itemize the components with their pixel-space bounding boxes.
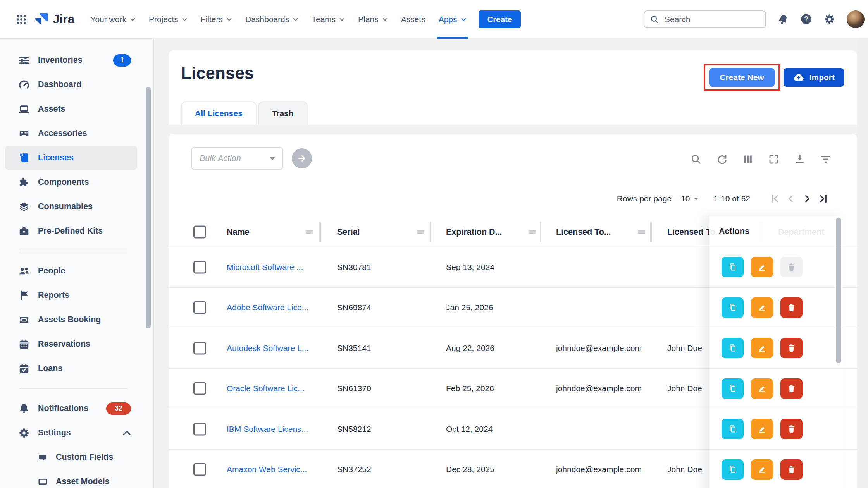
sidebar-item-asset-models[interactable]: Asset Models <box>5 469 137 488</box>
license-name-link[interactable]: Autodesk Software L... <box>227 344 308 353</box>
columns-icon[interactable] <box>742 153 754 165</box>
table-vertical-scrollbar[interactable] <box>836 218 841 363</box>
bulk-action-select[interactable]: Bulk Action <box>191 147 283 170</box>
sidebar-item-reports[interactable]: Reports <box>5 283 137 308</box>
jira-logo-icon <box>33 11 50 27</box>
license-name-link[interactable]: Oracle Software Lic... <box>227 384 305 393</box>
tab-trash[interactable]: Trash <box>258 101 308 125</box>
import-button[interactable]: Import <box>784 68 844 87</box>
select-all-checkbox[interactable] <box>193 225 206 238</box>
create-button[interactable]: Create <box>479 10 521 28</box>
delete-button[interactable] <box>780 459 803 480</box>
row-checkbox[interactable] <box>193 301 206 314</box>
search-box[interactable] <box>644 10 766 28</box>
sidebar-item-inventories[interactable]: Inventories 1 <box>5 48 137 72</box>
column-drag-handle-icon[interactable] <box>527 227 537 237</box>
sidebar-item-people[interactable]: People <box>5 259 137 283</box>
delete-button[interactable] <box>780 378 803 399</box>
nav-item-filters[interactable]: Filters <box>194 0 239 39</box>
row-checkbox[interactable] <box>193 382 206 395</box>
license-name-link[interactable]: Amazon Web Servic... <box>227 465 307 474</box>
column-header-licensed-to-email[interactable]: Licensed To... <box>556 227 611 237</box>
edit-button[interactable] <box>751 338 773 358</box>
sidebar-item-custom-fields[interactable]: Custom Fields <box>5 445 137 469</box>
ticket-icon <box>17 313 31 326</box>
sidebar-item-loans[interactable]: Loans <box>5 356 137 381</box>
column-header-name[interactable]: Name <box>227 227 250 237</box>
last-page-icon[interactable] <box>815 191 832 207</box>
fullscreen-icon[interactable] <box>768 153 780 165</box>
duplicate-button[interactable] <box>722 419 744 439</box>
column-header-serial[interactable]: Serial <box>337 227 360 237</box>
delete-button[interactable] <box>780 419 803 439</box>
nav-item-teams[interactable]: Teams <box>305 0 351 39</box>
sidebar-item-assets-booking[interactable]: Assets Booking <box>5 308 137 332</box>
prev-page-icon[interactable] <box>783 191 799 207</box>
sidebar-item-licenses[interactable]: Licenses <box>5 146 137 170</box>
search-input[interactable] <box>664 14 751 24</box>
nav-item-plans[interactable]: Plans <box>351 0 394 39</box>
delete-button[interactable] <box>780 338 803 358</box>
edit-button[interactable] <box>751 378 773 399</box>
first-page-icon[interactable] <box>766 191 783 207</box>
nav-item-dashboards[interactable]: Dashboards <box>239 0 305 39</box>
search-icon[interactable] <box>690 153 702 165</box>
delete-button-disabled[interactable] <box>780 257 803 277</box>
column-drag-handle-icon[interactable] <box>415 227 425 237</box>
sidebar-scrollbar[interactable] <box>146 87 151 328</box>
column-divider[interactable] <box>430 222 431 242</box>
row-checkbox[interactable] <box>193 423 206 435</box>
nav-item-apps[interactable]: Apps <box>432 0 473 39</box>
download-icon[interactable] <box>794 153 806 165</box>
nav-item-projects[interactable]: Projects <box>142 0 194 39</box>
row-checkbox[interactable] <box>193 261 206 273</box>
create-new-button[interactable]: Create New <box>709 68 774 87</box>
app-switcher-icon[interactable] <box>16 14 27 25</box>
rows-per-page-select[interactable]: 10 <box>681 194 699 203</box>
row-checkbox[interactable] <box>193 463 206 476</box>
duplicate-button[interactable] <box>722 378 744 399</box>
sidebar-item-pre-defined-kits[interactable]: Pre-Defined Kits <box>5 219 137 243</box>
help-icon[interactable]: ? <box>800 13 812 25</box>
column-divider[interactable] <box>319 222 321 242</box>
jira-logo[interactable]: Jira <box>33 11 74 27</box>
toolbox-icon <box>17 225 31 238</box>
duplicate-button[interactable] <box>722 459 744 480</box>
sidebar-item-notifications[interactable]: Notifications 32 <box>5 396 137 421</box>
tab-all-licenses[interactable]: All Licenses <box>181 101 257 125</box>
gear-icon[interactable] <box>823 13 835 25</box>
refresh-icon[interactable] <box>716 153 728 165</box>
column-header-expiration[interactable]: Expiration D... <box>446 227 502 237</box>
column-drag-handle-icon[interactable] <box>304 227 314 237</box>
sidebar-item-accessories[interactable]: Accessories <box>5 121 137 146</box>
apply-bulk-action-button[interactable] <box>292 148 312 168</box>
sidebar-item-settings[interactable]: Settings <box>5 421 137 445</box>
duplicate-button[interactable] <box>722 257 744 277</box>
edit-button[interactable] <box>751 257 773 277</box>
column-drag-handle-icon[interactable] <box>636 227 646 237</box>
user-avatar[interactable] <box>847 10 865 28</box>
filter-icon[interactable] <box>820 153 832 165</box>
notifications-bell-icon[interactable] <box>777 14 789 25</box>
next-page-icon[interactable] <box>799 191 815 207</box>
license-name-link[interactable]: Microsoft Software ... <box>227 263 303 272</box>
edit-button[interactable] <box>751 419 773 439</box>
sidebar-item-consumables[interactable]: Consumables <box>5 194 137 219</box>
sidebar-item-dashboard[interactable]: Dashboard <box>5 72 137 97</box>
sidebar-item-assets[interactable]: Assets <box>5 97 137 121</box>
row-checkbox[interactable] <box>193 342 206 354</box>
column-divider[interactable] <box>650 222 652 242</box>
edit-button[interactable] <box>751 459 773 480</box>
nav-item-your-work[interactable]: Your work <box>84 0 142 39</box>
duplicate-button[interactable] <box>722 297 744 318</box>
nav-item-assets[interactable]: Assets <box>394 0 432 39</box>
edit-button[interactable] <box>751 297 773 318</box>
chevron-down-icon <box>694 197 699 201</box>
sidebar-item-reservations[interactable]: Reservations <box>5 332 137 356</box>
delete-button[interactable] <box>780 297 803 318</box>
license-name-link[interactable]: IBM Software Licens... <box>227 424 308 434</box>
duplicate-button[interactable] <box>722 338 744 358</box>
license-name-link[interactable]: Adobe Software Lice... <box>227 303 308 312</box>
sidebar-item-components[interactable]: Components <box>5 170 137 194</box>
column-divider[interactable] <box>540 222 541 242</box>
